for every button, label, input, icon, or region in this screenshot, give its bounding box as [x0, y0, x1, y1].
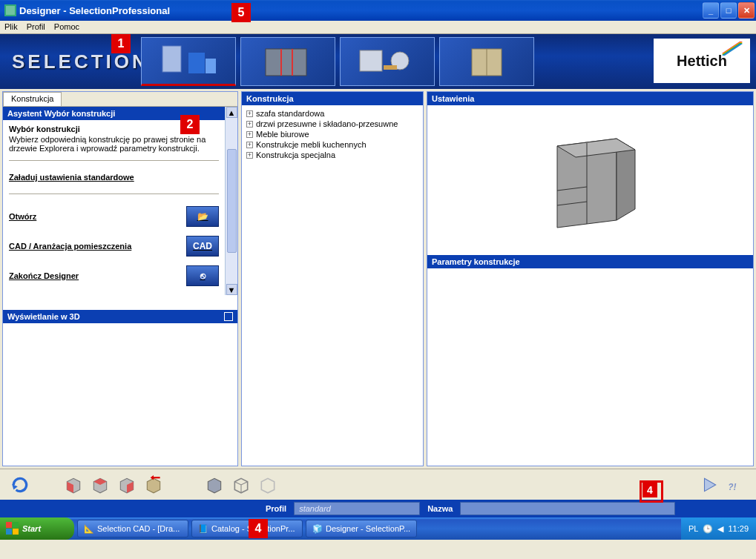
- undo-button[interactable]: [142, 474, 165, 496]
- taskbar-item[interactable]: 🧊Designer - SelectionP...: [306, 520, 417, 538]
- exit-link[interactable]: Zakończ Designer ⎋: [9, 261, 219, 291]
- close-button[interactable]: ✕: [738, 2, 755, 19]
- mid-header-label: Konstrukcja: [246, 94, 294, 103]
- tray-icon[interactable]: 🕒: [703, 524, 713, 534]
- wybor-desc: Wybierz odpowiednią konstrukcję po prawe…: [9, 135, 219, 153]
- view3d-toggle-icon[interactable]: [224, 312, 233, 321]
- taskbar-item[interactable]: 📐Selection CAD - [Dra...: [77, 520, 188, 538]
- nazwa-input[interactable]: [460, 502, 675, 515]
- banner-thumb-1[interactable]: [141, 37, 236, 86]
- left-scrollbar[interactable]: ▲ ▼: [225, 107, 237, 295]
- scroll-up-icon[interactable]: ▲: [226, 107, 237, 118]
- profil-label: Profil: [266, 504, 286, 513]
- params-header: Parametry konstrukcje: [427, 255, 753, 268]
- cube-solid-button[interactable]: [203, 474, 226, 496]
- tree-item[interactable]: +Konstrukcje mebli kuchennych: [246, 139, 418, 150]
- params-header-label: Parametry konstrukcje: [432, 257, 520, 266]
- construction-tree: +szafa standardowa +drzwi przesuwne i sk…: [242, 105, 423, 163]
- view3d-label: Wyświetlanie w 3D: [7, 312, 80, 321]
- app-icon: [4, 4, 16, 16]
- menu-pomoc[interactable]: Pomoc: [54, 22, 79, 32]
- svg-rect-7: [292, 49, 293, 76]
- profil-input[interactable]: [294, 502, 420, 515]
- cube-red3-button[interactable]: [116, 474, 138, 496]
- callout-4a: 4: [249, 519, 268, 538]
- load-standard-label: Załaduj ustawienia standardowe: [9, 173, 134, 182]
- taskbar-item[interactable]: 📘Catalog - SelectionPr...: [191, 520, 303, 538]
- view3d-header[interactable]: Wyświetlanie w 3D: [3, 310, 237, 323]
- brand-name: Hettich: [677, 53, 727, 70]
- brand-logo: Hettich: [654, 39, 750, 83]
- svg-text:?!: ?!: [728, 481, 736, 492]
- cube-wireframe-button[interactable]: [230, 474, 252, 496]
- load-standard-link[interactable]: Załaduj ustawienia standardowe: [9, 168, 219, 186]
- system-tray: PL 🕒 ◀ 11:29: [681, 517, 756, 540]
- callout-4b: 4: [642, 483, 657, 497]
- tree-item[interactable]: +Konstrukcja specjalna: [246, 150, 418, 160]
- svg-rect-1: [6, 6, 15, 15]
- svg-rect-4: [206, 59, 216, 73]
- expand-icon[interactable]: +: [246, 121, 253, 128]
- menu-plik[interactable]: Plik: [4, 22, 18, 32]
- refresh-button[interactable]: [9, 474, 31, 496]
- svg-rect-6: [280, 49, 282, 76]
- tree-item[interactable]: +Meble biurowe: [246, 129, 418, 139]
- taskbar: Start 📐Selection CAD - [Dra... 📘Catalog …: [0, 517, 756, 540]
- nazwa-label: Nazwa: [427, 504, 453, 513]
- play-button[interactable]: [698, 474, 720, 496]
- settings-header-label: Ustawienia: [432, 94, 474, 103]
- cabinet-preview-icon: [535, 124, 646, 235]
- svg-marker-16: [722, 44, 743, 56]
- tree-label: szafa standardowa: [256, 109, 324, 118]
- banner-thumb-3[interactable]: [340, 37, 435, 86]
- banner-title: SELECTION: [12, 50, 149, 73]
- params-body: [427, 268, 753, 466]
- cube-wireframe2-button[interactable]: [257, 474, 279, 496]
- maximize-button[interactable]: □: [720, 2, 737, 19]
- left-panel: Konstrukcja Asystent Wybór konstrukcji W…: [2, 91, 238, 466]
- mid-header: Konstrukcja: [242, 92, 423, 105]
- menu-profil[interactable]: Profil: [27, 22, 45, 32]
- view3d-body: [3, 323, 237, 466]
- expand-icon[interactable]: +: [246, 110, 253, 117]
- svg-marker-32: [208, 478, 220, 493]
- scroll-thumb[interactable]: [227, 149, 237, 253]
- taskbar-label: Selection CAD - [Dra...: [97, 524, 180, 533]
- svg-marker-30: [147, 478, 160, 493]
- tree-item[interactable]: +szafa standardowa: [246, 108, 418, 119]
- scroll-down-icon[interactable]: ▼: [226, 284, 237, 295]
- tray-icon[interactable]: ◀: [717, 524, 723, 534]
- middle-panel: Konstrukcja +szafa standardowa +drzwi pr…: [241, 91, 424, 466]
- minimize-button[interactable]: _: [703, 2, 719, 19]
- lang-indicator[interactable]: PL: [688, 524, 698, 533]
- exit-icon: ⎋: [186, 265, 219, 286]
- expand-icon[interactable]: +: [246, 131, 253, 138]
- banner-thumb-2[interactable]: [240, 37, 335, 86]
- svg-rect-10: [384, 65, 397, 70]
- help-button[interactable]: ?!: [725, 474, 747, 496]
- tree-label: Meble biurowe: [256, 130, 309, 139]
- exit-label: Zakończ Designer: [9, 271, 79, 280]
- workspace: Konstrukcja Asystent Wybór konstrukcji W…: [0, 89, 756, 469]
- cad-label: CAD / Aranżacja pomieszczenia: [9, 242, 131, 251]
- start-label: Start: [22, 524, 41, 533]
- cube-red2-button[interactable]: [89, 474, 111, 496]
- tree-label: Konstrukcja specjalna: [256, 150, 335, 159]
- open-folder-icon: 📂: [186, 206, 219, 227]
- cad-link[interactable]: CAD / Aranżacja pomieszczenia CAD: [9, 231, 219, 261]
- right-panel: Ustawienia Parametry konstrukcje: [427, 91, 754, 466]
- open-link[interactable]: Otwórz 📂: [9, 202, 219, 231]
- tab-konstrukcja[interactable]: Konstrukcja: [3, 92, 62, 106]
- banner-thumb-4[interactable]: [439, 37, 534, 86]
- tree-item[interactable]: +drzwi przesuwne i składano-przesuwne: [246, 119, 418, 129]
- cube-red-button[interactable]: [62, 474, 85, 496]
- svg-rect-37: [6, 522, 12, 528]
- expand-icon[interactable]: +: [246, 142, 253, 148]
- tree-label: drzwi przesuwne i składano-przesuwne: [256, 119, 398, 128]
- start-button[interactable]: Start: [0, 517, 74, 540]
- callout-5: 5: [231, 3, 251, 22]
- settings-header: Ustawienia: [427, 92, 753, 105]
- expand-icon[interactable]: +: [246, 152, 253, 159]
- window-title: Designer - SelectionProfessional: [19, 5, 703, 16]
- left-tabstrip: Konstrukcja: [3, 92, 237, 107]
